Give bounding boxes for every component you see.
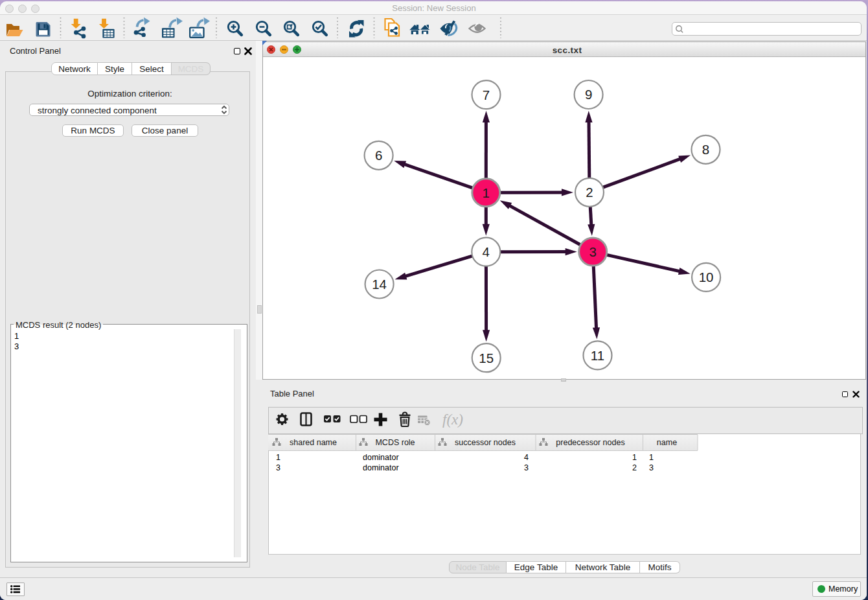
svg-text:9: 9 <box>585 87 592 102</box>
svg-text:7: 7 <box>483 87 490 102</box>
svg-text:10: 10 <box>699 270 714 284</box>
svg-text:1: 1 <box>483 185 490 200</box>
svg-text:15: 15 <box>479 351 494 365</box>
svg-text:f(x): f(x) <box>442 411 463 428</box>
svg-text:11: 11 <box>591 348 604 363</box>
svg-text:4: 4 <box>483 244 490 259</box>
svg-text:6: 6 <box>375 148 382 163</box>
svg-text:8: 8 <box>702 142 709 157</box>
svg-text:14: 14 <box>372 277 387 292</box>
svg-text:3: 3 <box>589 244 596 259</box>
svg-text:2: 2 <box>586 185 593 200</box>
